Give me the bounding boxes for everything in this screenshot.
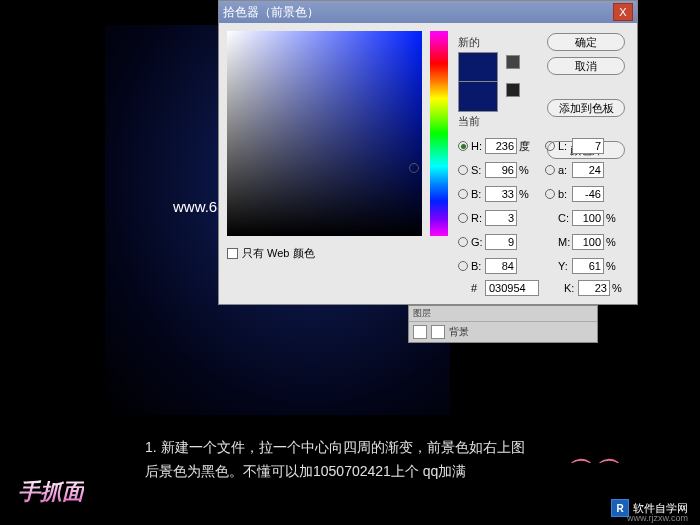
unit-k: %: [612, 282, 626, 294]
layer-row[interactable]: 背景: [409, 322, 597, 342]
ok-button[interactable]: 确定: [547, 33, 625, 51]
radio-bb[interactable]: [458, 261, 468, 271]
input-l[interactable]: [572, 138, 604, 154]
logo-left: 手抓面: [18, 477, 84, 507]
layers-panel: 图层 背景: [408, 305, 598, 343]
current-label: 当前: [458, 114, 498, 129]
visibility-icon[interactable]: [413, 325, 427, 339]
input-r[interactable]: [485, 210, 517, 226]
web-only-checkbox[interactable]: [227, 248, 238, 259]
color-field[interactable]: [227, 31, 422, 236]
dialog-title: 拾色器（前景色）: [223, 4, 613, 21]
color-fields: H: 度 L: S: % a:: [458, 136, 626, 296]
color-picker-dialog: 拾色器（前景色） X 新的 当前 确定 取消 添加到色板 颜色库: [218, 0, 638, 305]
cancel-button[interactable]: 取消: [547, 57, 625, 75]
color-marker[interactable]: [409, 163, 419, 173]
label-lab-b: b:: [558, 188, 572, 200]
right-column: 新的 当前 确定 取消 添加到色板 颜色库 H: 度: [458, 31, 629, 296]
add-swatch-button[interactable]: 添加到色板: [547, 99, 625, 117]
radio-lab-b[interactable]: [545, 189, 555, 199]
label-k: K:: [564, 282, 578, 294]
new-color-swatch: [458, 52, 498, 82]
smiley-icon: ⌒ ⌒: [570, 455, 620, 485]
label-m: M:: [558, 236, 572, 248]
label-hex: #: [471, 282, 485, 294]
label-b: B:: [471, 188, 485, 200]
radio-g[interactable]: [458, 237, 468, 247]
web-only-label: 只有 Web 颜色: [242, 246, 315, 261]
radio-r[interactable]: [458, 213, 468, 223]
label-l: L:: [558, 140, 572, 152]
label-h: H:: [471, 140, 485, 152]
hue-slider[interactable]: [430, 31, 448, 236]
unit-h: 度: [519, 139, 533, 154]
input-g[interactable]: [485, 234, 517, 250]
radio-a[interactable]: [545, 165, 555, 175]
input-h[interactable]: [485, 138, 517, 154]
input-b[interactable]: [485, 186, 517, 202]
input-m[interactable]: [572, 234, 604, 250]
new-label: 新的: [458, 35, 498, 50]
unit-s: %: [519, 164, 533, 176]
unit-b: %: [519, 188, 533, 200]
label-g: G:: [471, 236, 485, 248]
logo-url: www.rjzxw.com: [627, 513, 688, 523]
layer-name: 背景: [449, 325, 469, 339]
dialog-body: 新的 当前 确定 取消 添加到色板 颜色库 H: 度: [219, 23, 637, 304]
radio-h[interactable]: [458, 141, 468, 151]
close-button[interactable]: X: [613, 3, 633, 21]
layer-thumbnail: [431, 325, 445, 339]
input-c[interactable]: [572, 210, 604, 226]
layers-tab[interactable]: 图层: [413, 307, 431, 320]
input-k[interactable]: [578, 280, 610, 296]
label-a: a:: [558, 164, 572, 176]
input-bb[interactable]: [485, 258, 517, 274]
current-color-swatch[interactable]: [458, 82, 498, 112]
warning-swatch[interactable]: [506, 55, 520, 69]
input-a[interactable]: [572, 162, 604, 178]
label-bb: B:: [471, 260, 485, 272]
input-s[interactable]: [485, 162, 517, 178]
label-s: S:: [471, 164, 485, 176]
unit-y: %: [606, 260, 620, 272]
radio-l[interactable]: [545, 141, 555, 151]
input-lab-b[interactable]: [572, 186, 604, 202]
input-hex[interactable]: [485, 280, 539, 296]
title-bar[interactable]: 拾色器（前景色） X: [219, 1, 637, 23]
swatch-area: 新的 当前: [458, 35, 498, 129]
radio-b[interactable]: [458, 189, 468, 199]
unit-c: %: [606, 212, 620, 224]
unit-m: %: [606, 236, 620, 248]
websafe-swatch[interactable]: [506, 83, 520, 97]
web-only-row: 只有 Web 颜色: [227, 246, 315, 261]
label-r: R:: [471, 212, 485, 224]
input-y[interactable]: [572, 258, 604, 274]
radio-s[interactable]: [458, 165, 468, 175]
label-y: Y:: [558, 260, 572, 272]
label-c: C:: [558, 212, 572, 224]
